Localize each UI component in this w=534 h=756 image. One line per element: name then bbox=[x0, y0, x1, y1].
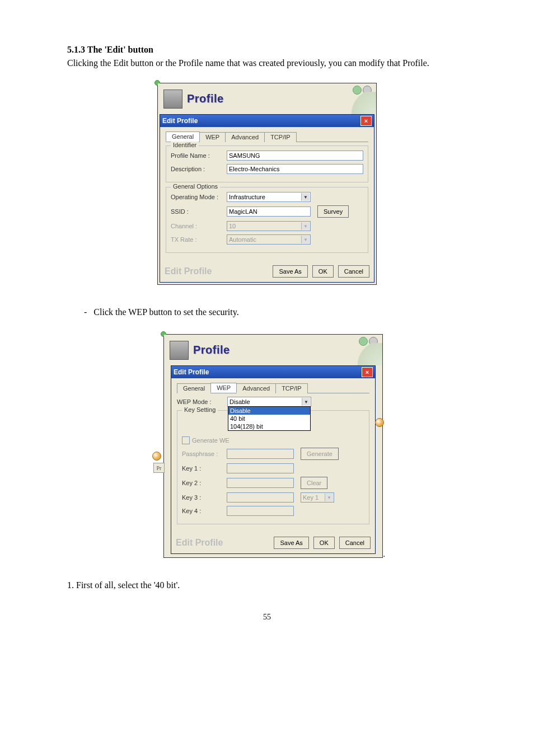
operating-mode-select[interactable]: Infrastructure ▼ bbox=[227, 192, 311, 202]
step-1: 1. First of all, select the '40 bit'. bbox=[67, 580, 467, 590]
close-button[interactable]: × bbox=[362, 367, 373, 377]
app-title: Profile bbox=[187, 92, 224, 105]
tab-wep[interactable]: WEP bbox=[199, 132, 226, 142]
tab-general[interactable]: General bbox=[166, 132, 200, 142]
operating-mode-value: Infrastructure bbox=[229, 194, 265, 200]
dialog-titlebar: Edit Profile × bbox=[171, 366, 375, 378]
chevron-down-icon: ▼ bbox=[301, 193, 310, 201]
close-icon: × bbox=[366, 369, 369, 375]
channel-select: 10 ▼ bbox=[227, 221, 311, 231]
label-channel: Channel : bbox=[171, 223, 227, 229]
wep-mode-dropdown: Disable 40 bit 104(128) bit bbox=[228, 406, 311, 431]
dialog-body: General WEP Advanced TCP/IP WEP Mode : D… bbox=[171, 378, 375, 533]
wep-option-40bit[interactable]: 40 bit bbox=[228, 415, 310, 422]
trailing-period: . bbox=[383, 550, 386, 559]
bullet-line: - Click the WEP button to set the securi… bbox=[84, 307, 467, 317]
key1-input bbox=[227, 463, 294, 473]
group-general-options: General Options Operating Mode : Infrast… bbox=[166, 187, 368, 253]
profile-name-input[interactable] bbox=[227, 151, 363, 161]
section-heading: 5.1.3 The 'Edit' button bbox=[67, 45, 467, 55]
ssid-input[interactable] bbox=[227, 206, 311, 217]
label-description: Description : bbox=[171, 166, 227, 172]
intro-paragraph: Clicking the Edit button or the Profile … bbox=[67, 57, 467, 69]
key4-input bbox=[227, 506, 294, 516]
chevron-down-icon: ▼ bbox=[302, 398, 310, 406]
app-header: Profile bbox=[158, 83, 376, 114]
app-title: Profile bbox=[193, 344, 230, 356]
tab-strip: General WEP Advanced TCP/IP bbox=[177, 383, 369, 393]
dialog-window: Edit Profile × General WEP Advanced TCP/… bbox=[171, 365, 376, 554]
app-logo-icon bbox=[163, 90, 182, 109]
label-key1: Key 1 : bbox=[182, 465, 227, 472]
tab-wep[interactable]: WEP bbox=[210, 383, 237, 393]
txrate-value: Automatic bbox=[229, 236, 256, 243]
side-fragment: Pr bbox=[153, 463, 165, 473]
app-window: Profile Edit Profile × General bbox=[163, 334, 383, 558]
close-button[interactable]: × bbox=[360, 116, 372, 126]
close-icon: × bbox=[364, 118, 368, 124]
label-ssid: SSID : bbox=[171, 208, 227, 215]
dialog-footer: Edit Profile Save As OK Cancel bbox=[160, 262, 374, 282]
key3-input bbox=[227, 492, 294, 503]
label-operating-mode: Operating Mode : bbox=[171, 194, 227, 200]
app-logo-icon bbox=[170, 341, 189, 360]
header-decor bbox=[326, 343, 382, 365]
txrate-select: Automatic ▼ bbox=[227, 234, 311, 245]
tab-tcpip[interactable]: TCP/IP bbox=[264, 132, 296, 142]
label-profile-name: Profile Name : bbox=[171, 152, 227, 159]
chevron-down-icon: ▼ bbox=[325, 494, 333, 501]
dialog-body: General WEP Advanced TCP/IP Identifier P… bbox=[160, 127, 374, 262]
cancel-button[interactable]: Cancel bbox=[338, 265, 369, 278]
group-identifier-title: Identifier bbox=[171, 142, 199, 148]
save-as-button[interactable]: Save As bbox=[273, 265, 307, 278]
default-key-value: Key 1 bbox=[303, 494, 318, 501]
wep-mode-select[interactable]: Disable ▼ Disable 40 bit 104(128) bit bbox=[227, 397, 311, 407]
label-key2: Key 2 : bbox=[182, 480, 227, 486]
screenshot-2: Profile Edit Profile × General bbox=[67, 334, 467, 558]
passphrase-input bbox=[227, 449, 294, 459]
wep-option-104bit[interactable]: 104(128) bit bbox=[228, 422, 310, 430]
label-txrate: TX Rate : bbox=[171, 236, 227, 243]
group-identifier: Identifier Profile Name : Description : bbox=[166, 145, 368, 182]
description-input[interactable] bbox=[227, 164, 363, 174]
cancel-button[interactable]: Cancel bbox=[339, 537, 371, 549]
dialog-title: Edit Profile bbox=[174, 368, 209, 376]
dialog-window: Edit Profile × General WEP Advanced TCP/… bbox=[160, 114, 374, 283]
label-passphrase: Passphrase : bbox=[182, 450, 227, 457]
bullet-text: Click the WEP button to set the security… bbox=[93, 307, 238, 317]
header-decor bbox=[320, 92, 376, 114]
tab-tcpip[interactable]: TCP/IP bbox=[275, 383, 307, 393]
label-generate-we: Generate WE bbox=[192, 437, 229, 444]
label-key4: Key 4 : bbox=[182, 508, 227, 514]
survey-button[interactable]: Survey bbox=[317, 205, 349, 218]
page-number: 55 bbox=[67, 613, 467, 622]
chevron-down-icon: ▼ bbox=[301, 236, 310, 243]
tab-advanced[interactable]: Advanced bbox=[225, 132, 265, 142]
wep-mode-value: Disable bbox=[229, 398, 250, 405]
generate-button: Generate bbox=[301, 448, 339, 460]
key2-input bbox=[227, 478, 294, 488]
save-as-button[interactable]: Save As bbox=[274, 537, 308, 549]
channel-value: 10 bbox=[229, 223, 236, 229]
app-window: Profile Edit Profile × General WEP Advan… bbox=[157, 83, 377, 285]
ok-button[interactable]: OK bbox=[313, 537, 335, 549]
tab-general[interactable]: General bbox=[177, 383, 211, 393]
footer-label: Edit Profile bbox=[165, 266, 212, 276]
label-wep-mode: WEP Mode : bbox=[177, 398, 227, 405]
tab-advanced[interactable]: Advanced bbox=[236, 383, 276, 393]
footer-label: Edit Profile bbox=[176, 538, 223, 548]
group-key-setting-title: Key Setting bbox=[182, 406, 218, 413]
chevron-down-icon: ▼ bbox=[301, 222, 310, 230]
dialog-footer: Edit Profile Save As OK Cancel bbox=[171, 533, 375, 553]
dialog-titlebar: Edit Profile × bbox=[160, 115, 374, 127]
dialog-title: Edit Profile bbox=[162, 117, 198, 125]
default-key-select: Key 1 ▼ bbox=[301, 492, 334, 503]
side-orb-icon bbox=[152, 452, 161, 461]
ok-button[interactable]: OK bbox=[312, 265, 334, 278]
group-general-title: General Options bbox=[171, 183, 220, 190]
tab-strip: General WEP Advanced TCP/IP bbox=[166, 132, 368, 142]
label-key3: Key 3 : bbox=[182, 494, 227, 501]
wep-option-disable[interactable]: Disable bbox=[228, 407, 310, 415]
generate-checkbox bbox=[182, 436, 190, 444]
screenshot-1: Profile Edit Profile × General WEP Advan… bbox=[67, 83, 467, 285]
